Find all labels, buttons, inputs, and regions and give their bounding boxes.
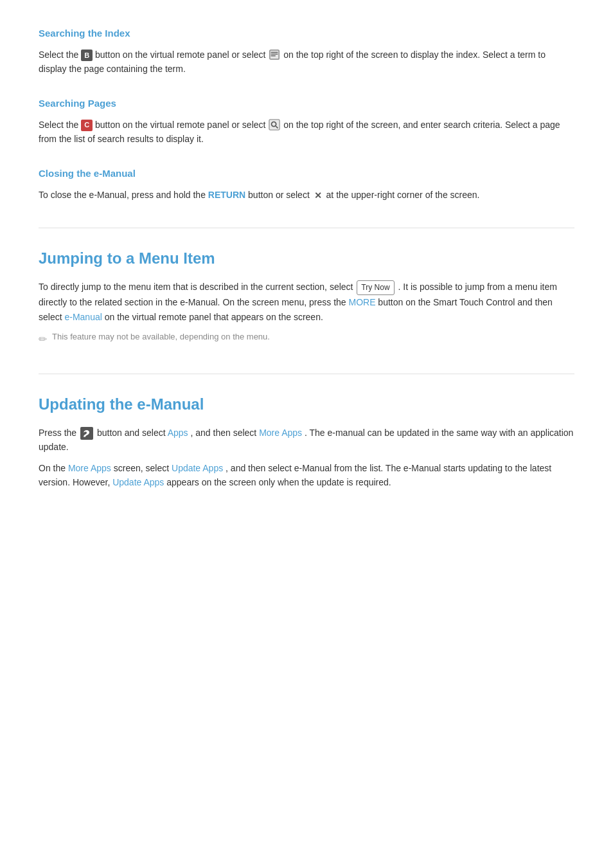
note-row: ✏ This feature may not be available, dep…: [39, 330, 574, 348]
updating-emanual-title: Updating the e-Manual: [39, 374, 574, 417]
index-icon: [268, 48, 281, 61]
updating-emanual-section: Updating the e-Manual Press the button a…: [39, 367, 574, 490]
update-apps-link-2[interactable]: Update Apps: [112, 477, 164, 487]
closing-emanual-title: Closing the e-Manual: [39, 166, 574, 181]
updating-emanual-paragraph-2: On the More Apps screen, select Update A…: [39, 461, 574, 490]
jumping-menu-title: Jumping to a Menu Item: [39, 228, 574, 271]
close-icon: ✕: [312, 190, 324, 201]
apps-link[interactable]: Apps: [168, 428, 188, 438]
c-button-icon: C: [81, 120, 93, 131]
searching-index-paragraph: Select the B button on the virtual remot…: [39, 48, 574, 77]
searching-pages-paragraph: Select the C button on the virtual remot…: [39, 118, 574, 147]
try-now-badge[interactable]: Try Now: [357, 280, 394, 295]
searching-index-title: Searching the Index: [39, 26, 574, 41]
jumping-menu-section: Jumping to a Menu Item To directly jump …: [39, 221, 574, 348]
svg-rect-0: [270, 50, 279, 59]
more-apps-link-2[interactable]: More Apps: [68, 463, 111, 473]
svg-rect-4: [269, 120, 280, 130]
jumping-menu-paragraph: To directly jump to the menu item that i…: [39, 280, 574, 324]
smart-button-icon: [80, 427, 93, 440]
b-button-icon: B: [81, 50, 93, 61]
more-link[interactable]: MORE: [348, 297, 375, 307]
closing-emanual-paragraph: To close the e-Manual, press and hold th…: [39, 188, 574, 202]
pencil-icon: ✏: [39, 331, 47, 348]
searching-pages-title: Searching Pages: [39, 96, 574, 111]
searching-index-section: Searching the Index Select the B button …: [39, 26, 574, 77]
update-apps-link-1[interactable]: Update Apps: [172, 463, 223, 473]
return-label: RETURN: [208, 190, 245, 200]
more-apps-link-1[interactable]: More Apps: [259, 428, 302, 438]
search-icon: [268, 118, 281, 131]
note-text: This feature may not be available, depen…: [52, 330, 270, 344]
searching-pages-section: Searching Pages Select the C button on t…: [39, 96, 574, 147]
emanual-link[interactable]: e-Manual: [64, 312, 102, 322]
updating-emanual-paragraph-1: Press the button and select Apps , and t…: [39, 426, 574, 455]
closing-emanual-section: Closing the e-Manual To close the e-Manu…: [39, 166, 574, 202]
